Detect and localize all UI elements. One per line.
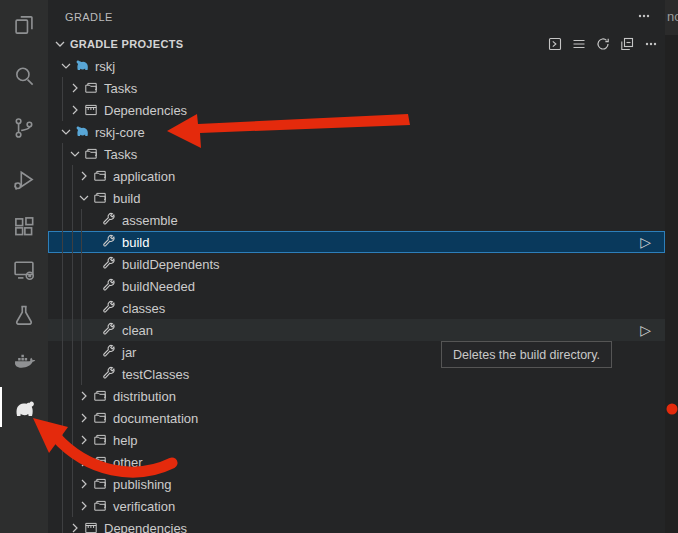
chevron-right-icon[interactable] [76,451,92,473]
gradle-project-icon [74,124,90,140]
gradle-icon[interactable] [0,384,48,430]
indent-guide [62,165,63,187]
editor-area-sliver: no [665,0,678,533]
tree-item-label: build [113,191,140,206]
indent-guide [62,231,63,253]
tree-item-label: assemble [122,213,178,228]
indent-guide [62,495,63,517]
tree-row-distribution[interactable]: distribution [48,385,665,407]
task-wrench-icon [101,256,117,272]
tree-row-publishing[interactable]: publishing [48,473,665,495]
tree-row-rskj-core[interactable]: rskj-core [48,121,665,143]
tree-item-label: other [113,455,143,470]
extensions-icon[interactable] [0,206,48,248]
chevron-spacer [85,319,101,341]
section-header-gradle-projects[interactable]: GRADLE PROJECTS [48,33,665,55]
panel-title: GRADLE [65,11,113,23]
indent-guide [62,473,63,495]
section-title: GRADLE PROJECTS [70,38,183,50]
chevron-down-icon[interactable] [58,55,74,77]
tree-item-label: classes [122,301,165,316]
run-debug-icon[interactable] [0,154,48,206]
chevron-right-icon[interactable] [76,385,92,407]
tree-row-assemble[interactable]: assemble [48,209,665,231]
tree-row-verification[interactable]: verification [48,495,665,517]
tree-row-other[interactable]: other [48,451,665,473]
tree-row-documentation[interactable]: documentation [48,407,665,429]
tree-row-tasks[interactable]: Tasks [48,143,665,165]
chevron-right-icon[interactable] [67,77,83,99]
indent-guide [72,385,73,407]
indent-guide [62,451,63,473]
tree-item-label: application [113,169,175,184]
chevron-right-icon[interactable] [76,473,92,495]
indent-guide [72,209,73,231]
tree-row-clean[interactable]: clean▷ [48,319,665,341]
more-actions-icon[interactable] [643,36,659,52]
tree-item-label: testClasses [122,367,189,382]
tree-row-help[interactable]: help [48,429,665,451]
tree-item-label: verification [113,499,175,514]
indent-guide [72,187,73,209]
flat-list-icon[interactable] [571,36,587,52]
explorer-icon[interactable] [0,0,48,50]
chevron-down-icon[interactable] [67,143,83,165]
tree-row-classes[interactable]: classes [48,297,665,319]
indent-guide [62,363,63,385]
task-wrench-icon [101,212,117,228]
collapse-all-icon[interactable] [619,36,635,52]
search-icon[interactable] [0,50,48,102]
dependencies-icon [83,102,99,118]
remote-explorer-icon[interactable] [0,248,48,292]
tree-row-build[interactable]: build [48,187,665,209]
chevron-spacer [85,341,101,363]
chevron-down-icon[interactable] [76,187,92,209]
tree-item-label: rskj [95,59,115,74]
chevron-right-icon[interactable] [67,99,83,121]
tree-item-label: Dependencies [104,521,187,533]
indent-guide [81,319,82,341]
indent-guide [81,253,82,275]
source-control-icon[interactable] [0,102,48,154]
tree-item-label: documentation [113,411,198,426]
task-wrench-icon [101,322,117,338]
run-gradle-build-icon[interactable] [547,36,563,52]
gradle-projects-tree: rskjTasksDependenciesrskj-coreTasksappli… [48,55,665,533]
tree-item-label: buildDependents [122,257,220,272]
chevron-right-icon[interactable] [76,165,92,187]
tasks-folder-icon [83,146,99,162]
chevron-right-icon[interactable] [67,517,83,533]
indent-guide [72,253,73,275]
tree-row-builddependents[interactable]: buildDependents [48,253,665,275]
indent-guide [62,385,63,407]
more-actions-icon[interactable] [636,8,652,24]
refresh-icon[interactable] [595,36,611,52]
indent-guide [72,319,73,341]
tasks-folder-icon [92,410,108,426]
indent-guide [62,429,63,451]
chevron-right-icon[interactable] [76,495,92,517]
testing-icon[interactable] [0,292,48,338]
tree-row-application[interactable]: application [48,165,665,187]
indent-guide [62,143,63,165]
indent-guide [72,341,73,363]
tree-row-rskj[interactable]: rskj [48,55,665,77]
run-task-play-icon[interactable]: ▷ [640,320,651,340]
editor-tab-partial[interactable]: no [665,0,678,35]
task-tooltip: Deletes the build directory. [441,341,612,368]
chevron-right-icon[interactable] [76,407,92,429]
indent-guide [62,99,63,121]
docker-icon[interactable] [0,338,48,384]
tree-row-dependencies[interactable]: Dependencies [48,517,665,533]
tree-row-buildneeded[interactable]: buildNeeded [48,275,665,297]
tree-row-build[interactable]: build▷ [48,231,665,253]
task-wrench-icon [101,278,117,294]
chevron-down-icon[interactable] [58,121,74,143]
tree-row-tasks[interactable]: Tasks [48,77,665,99]
indent-guide [62,253,63,275]
chevron-right-icon[interactable] [76,429,92,451]
run-task-play-icon[interactable]: ▷ [640,232,651,252]
chevron-down-icon [52,36,68,52]
tree-row-dependencies[interactable]: Dependencies [48,99,665,121]
indent-guide [62,275,63,297]
